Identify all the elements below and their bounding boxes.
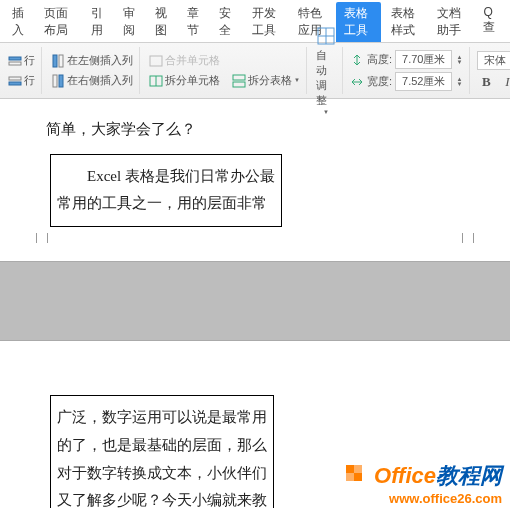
col-left-icon: [51, 54, 65, 68]
row-label-2: 行: [24, 73, 35, 88]
split-cells-button[interactable]: 拆分单元格: [147, 72, 222, 89]
height-icon: [350, 53, 364, 67]
insert-right-button[interactable]: 在右侧插入列: [49, 72, 135, 89]
merge-label: 合并单元格: [165, 53, 220, 68]
table-cell[interactable]: Excel 表格是我们日常办公最 常用的工具之一，用的层面非常: [53, 157, 279, 225]
italic-button[interactable]: I: [498, 73, 510, 91]
svg-rect-18: [346, 473, 354, 481]
tab-security[interactable]: 安全: [211, 2, 241, 42]
tab-review[interactable]: 审阅: [115, 2, 145, 42]
insert-left-button[interactable]: 在左侧插入列: [49, 52, 135, 69]
tab-doc-helper[interactable]: 文档助手: [429, 2, 473, 42]
logo-icon: [344, 463, 366, 485]
tab-page-layout[interactable]: 页面布局: [36, 2, 80, 42]
watermark-url: www.office26.com: [344, 491, 502, 506]
table-1[interactable]: Excel 表格是我们日常办公最 常用的工具之一，用的层面非常: [50, 154, 282, 228]
svg-rect-17: [354, 465, 362, 473]
tab-bar: 插入 页面布局 引用 审阅 视图 章节 安全 开发工具 特色应用 表格工具 表格…: [0, 0, 510, 43]
height-label: 高度:: [367, 52, 392, 67]
page-break-gap: [0, 261, 510, 341]
auto-fit-label: 自动调整: [316, 48, 336, 108]
table-cell[interactable]: 广泛，数字运用可以说是最常用 的了，也是最基础的层面，那么 对于数字转换成文本，…: [53, 398, 271, 508]
svg-rect-16: [346, 465, 354, 473]
height-input[interactable]: 7.70厘米: [395, 50, 452, 69]
svg-rect-12: [233, 82, 245, 87]
merge-cells-button: 合并单元格: [147, 52, 302, 69]
margin-mark: [462, 233, 474, 243]
width-icon: [350, 75, 364, 89]
tab-view[interactable]: 视图: [147, 2, 177, 42]
tab-insert[interactable]: 插入: [4, 2, 34, 42]
svg-rect-5: [59, 55, 63, 67]
auto-fit-button[interactable]: 自动调整 ▼: [314, 25, 338, 116]
font-name-select[interactable]: 宋体▼: [477, 51, 510, 70]
tab-table-tools[interactable]: 表格工具: [336, 2, 380, 42]
watermark: Office教程网 www.office26.com: [344, 461, 502, 506]
tab-sections[interactable]: 章节: [179, 2, 209, 42]
watermark-title-1: Office: [374, 463, 436, 488]
bold-button[interactable]: B: [477, 73, 495, 91]
svg-rect-2: [9, 77, 21, 80]
split-table-label: 拆分表格: [248, 73, 292, 88]
svg-rect-7: [59, 75, 63, 87]
svg-rect-3: [9, 82, 21, 85]
svg-rect-6: [53, 75, 57, 87]
split-cells-label: 拆分单元格: [165, 73, 220, 88]
tab-table-style[interactable]: 表格样式: [383, 2, 427, 42]
insert-row-button[interactable]: 行: [6, 52, 37, 69]
chevron-down-icon: ▼: [323, 110, 329, 115]
insert-row-below-button[interactable]: 行: [6, 72, 37, 89]
margin-mark: [36, 233, 48, 243]
split-table-icon: [232, 74, 246, 88]
chevron-down-icon: ▼: [294, 78, 300, 83]
insert-left-label: 在左侧插入列: [67, 53, 133, 68]
paragraph: 简单，大家学会了么？: [16, 115, 494, 144]
width-input[interactable]: 7.52厘米: [395, 72, 452, 91]
tab-references[interactable]: 引用: [83, 2, 113, 42]
merge-icon: [149, 54, 163, 68]
svg-rect-11: [233, 75, 245, 80]
split-table-button[interactable]: 拆分表格 ▼: [230, 72, 302, 89]
svg-rect-0: [9, 57, 21, 60]
svg-rect-1: [9, 62, 21, 65]
watermark-title-2: 教程网: [436, 463, 502, 488]
row-below-icon: [8, 74, 22, 88]
width-label: 宽度:: [367, 74, 392, 89]
insert-right-label: 在右侧插入列: [67, 73, 133, 88]
table-2[interactable]: 广泛，数字运用可以说是最常用 的了，也是最基础的层面，那么 对于数字转换成文本，…: [50, 395, 274, 508]
ribbon: 行 行 在左侧插入列 在右侧插入列 合并单元格 拆分单元格 拆: [0, 43, 510, 99]
tab-dev-tools[interactable]: 开发工具: [244, 2, 288, 42]
svg-rect-4: [53, 55, 57, 67]
height-down[interactable]: ▼: [456, 60, 462, 65]
width-down[interactable]: ▼: [456, 82, 462, 87]
document-page-1[interactable]: 简单，大家学会了么？ Excel 表格是我们日常办公最 常用的工具之一，用的层面…: [0, 99, 510, 243]
auto-fit-icon: [316, 26, 336, 46]
split-cells-icon: [149, 74, 163, 88]
row-label: 行: [24, 53, 35, 68]
row-icon: [8, 54, 22, 68]
tab-search[interactable]: Q 查: [475, 2, 506, 42]
col-right-icon: [51, 74, 65, 88]
svg-rect-19: [354, 473, 362, 481]
svg-rect-8: [150, 56, 162, 66]
